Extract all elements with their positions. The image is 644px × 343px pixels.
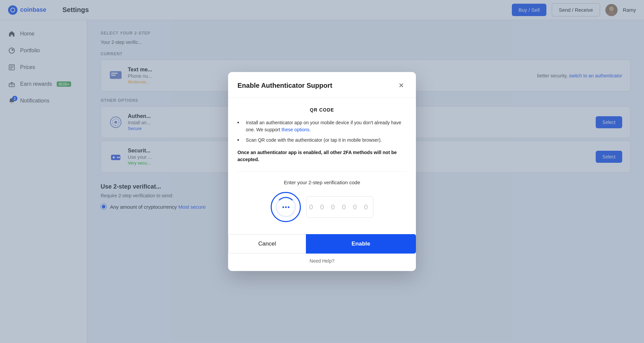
spinner-dots bbox=[282, 206, 289, 208]
spinner bbox=[276, 197, 296, 217]
instruction-2: Scan QR code with the authenticator (or … bbox=[237, 137, 407, 144]
these-options-link[interactable]: these options bbox=[281, 127, 309, 132]
instructions-list: Install an authenticator app on your mob… bbox=[237, 119, 407, 144]
verification-code-input[interactable]: 0 0 0 0 0 0 bbox=[306, 196, 373, 218]
modal-close-button[interactable]: ✕ bbox=[396, 80, 407, 91]
modal: Enable Authenticator Support ✕ QR CODE I… bbox=[228, 72, 416, 271]
bold-notice: Once an authenticator app is enabled, al… bbox=[237, 149, 407, 163]
modal-title: Enable Authenticator Support bbox=[237, 82, 332, 89]
instruction-1: Install an authenticator app on your mob… bbox=[237, 119, 407, 133]
verification-label: Enter your 2-step verification code bbox=[237, 180, 407, 185]
qr-code-spinner bbox=[271, 192, 301, 222]
verification-section: Enter your 2-step verification code 0 0 bbox=[237, 180, 407, 222]
need-help-link[interactable]: Need Help? bbox=[228, 254, 416, 268]
close-icon: ✕ bbox=[398, 82, 404, 89]
qr-code-heading: QR CODE bbox=[237, 107, 407, 113]
modal-overlay[interactable]: Enable Authenticator Support ✕ QR CODE I… bbox=[0, 0, 644, 343]
modal-footer: Cancel Enable Need Help? bbox=[228, 234, 416, 271]
cancel-button[interactable]: Cancel bbox=[228, 234, 306, 254]
modal-buttons: Cancel Enable bbox=[228, 234, 416, 254]
enable-button[interactable]: Enable bbox=[306, 234, 416, 254]
